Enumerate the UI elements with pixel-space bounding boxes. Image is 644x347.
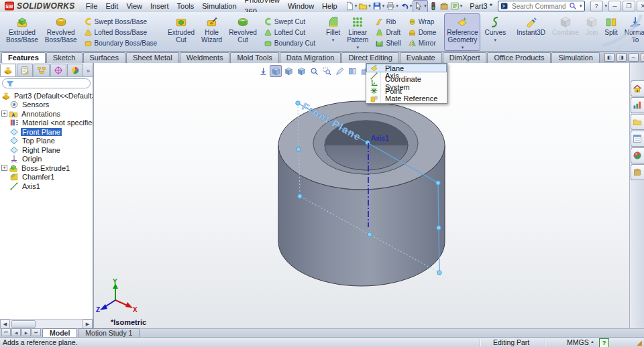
menu-item-plane[interactable]: Plane <box>367 64 446 72</box>
minimize-button[interactable]: ─ <box>608 1 621 11</box>
tree-item-top-plane[interactable]: Top Plane <box>1 137 93 146</box>
tab-features[interactable]: Features <box>1 52 46 63</box>
extruded-boss-base-button[interactable]: Extruded Boss/Base <box>3 13 41 51</box>
tab-configurationmanager[interactable] <box>34 64 50 76</box>
menu-help[interactable]: Help <box>318 1 341 12</box>
tab-model[interactable]: Model <box>42 328 77 337</box>
menu-file[interactable]: File <box>82 1 102 12</box>
tab-mold-tools[interactable]: Mold Tools <box>230 52 278 63</box>
tab-nav-prev-icon[interactable]: ◀ <box>11 328 21 336</box>
new-document-button[interactable]: ▾ <box>344 1 358 12</box>
swept-cut-button[interactable]: Swept Cut <box>262 17 317 27</box>
instant3d-button[interactable]: Instant3D <box>514 13 548 51</box>
rib-button[interactable]: Rib <box>373 17 402 27</box>
units-selector[interactable]: MMGS <box>567 338 589 346</box>
tree-item-chamfer1[interactable]: Chamfer1 <box>1 173 93 182</box>
open-button[interactable]: ▾ <box>358 1 372 12</box>
lofted-boss-base-button[interactable]: Lofted Boss/Base <box>82 27 159 38</box>
tree-item-material[interactable]: Material <not specified> <box>1 119 93 128</box>
tab-file-explorer[interactable] <box>631 114 644 130</box>
tab-weldments[interactable]: Weldments <box>180 52 230 63</box>
menu-item-mate-reference[interactable]: Mate Reference <box>367 95 446 102</box>
menu-window[interactable]: Window <box>284 1 318 12</box>
hole-wizard-button[interactable]: Hole Wizard <box>199 13 225 51</box>
panel-tabs-overflow[interactable]: » <box>84 68 93 76</box>
tab-solidworks-resources[interactable] <box>631 80 644 96</box>
curves-button[interactable]: Curves▾ <box>482 13 508 51</box>
tab-featuremanager[interactable] <box>0 64 16 76</box>
tree-item-boss-extrude1[interactable]: + Boss-Extrude1 <box>1 163 93 173</box>
menu-simulation[interactable]: Simulation <box>198 1 240 12</box>
section-view-button[interactable] <box>346 65 358 77</box>
tree-item-annotations[interactable]: + A Annotations <box>1 109 93 119</box>
expander-icon[interactable]: + <box>1 111 7 117</box>
help-caret-icon[interactable]: ▾ <box>605 3 608 9</box>
search-input[interactable] <box>511 2 567 11</box>
tree-filter[interactable] <box>2 78 91 88</box>
search-box[interactable]: ▾ <box>498 1 585 11</box>
tab-nav-first-icon[interactable]: ⏮ <box>1 328 11 336</box>
lofted-cut-button[interactable]: Lofted Cut <box>262 27 317 38</box>
tab-direct-editing[interactable]: Direct Editing <box>341 52 398 63</box>
tab-data-migration[interactable]: Data Migration <box>280 52 341 63</box>
tab-view-palette[interactable] <box>631 131 644 147</box>
shell-button[interactable]: Shell <box>373 38 402 48</box>
display-settings-button[interactable]: ▾ <box>449 1 464 12</box>
revolved-cut-button[interactable]: Revolved Cut <box>226 13 260 51</box>
menu-edit[interactable]: Edit <box>101 1 122 12</box>
magnifier-icon[interactable] <box>569 2 577 10</box>
doc-pane-left-button[interactable]: ◧ <box>604 53 614 62</box>
normal-to-button[interactable]: Normal To <box>622 13 644 51</box>
split-button[interactable]: Split <box>602 13 620 51</box>
tab-nav-last-icon[interactable]: ⏭ <box>32 328 41 336</box>
menu-item-coordinate-system[interactable]: Coordinate System <box>367 80 446 87</box>
tab-displaymanager[interactable] <box>67 64 83 76</box>
expander-icon[interactable]: + <box>1 165 7 171</box>
doc-restore-button[interactable]: ❐ <box>641 53 644 62</box>
tab-dimxpertmanager[interactable] <box>50 64 66 76</box>
close-button[interactable]: ✕ <box>637 1 644 11</box>
tab-surfaces[interactable]: Surfaces <box>83 52 125 63</box>
tree-item-axis1[interactable]: Axis1 <box>1 182 93 191</box>
tree-item-origin[interactable]: Origin <box>1 155 93 164</box>
tab-sheet-metal[interactable]: Sheet Metal <box>126 52 179 63</box>
menu-tools[interactable]: Tools <box>173 1 199 12</box>
view-orientation-button[interactable] <box>270 65 282 77</box>
tab-dimxpert[interactable]: DimXpert <box>443 52 487 63</box>
zoom-to-area-button[interactable] <box>321 65 333 77</box>
tree-item-front-plane[interactable]: Front Plane <box>1 127 93 137</box>
swept-boss-base-button[interactable]: Swept Boss/Base <box>82 17 159 27</box>
scroll-thumb[interactable] <box>11 320 36 328</box>
dome-button[interactable]: Dome <box>406 27 439 38</box>
search-caret-icon[interactable]: ▾ <box>580 3 582 9</box>
draft-button[interactable]: Draft <box>373 27 402 38</box>
view-cube-2-button[interactable] <box>295 65 307 77</box>
units-caret-icon[interactable]: ▲ <box>590 340 594 344</box>
tab-appearances[interactable] <box>631 147 644 163</box>
save-button[interactable]: ▾ <box>372 1 386 12</box>
fillet-button[interactable]: Fillet▾ <box>323 13 343 51</box>
print-button[interactable]: ▾ <box>385 1 399 12</box>
doc-minimize-button[interactable]: ─ <box>629 53 639 62</box>
resize-grip-icon[interactable]: ◢ <box>637 339 642 346</box>
doc-pane-right-button[interactable]: ◨ <box>616 53 627 62</box>
zoom-button[interactable] <box>308 65 320 77</box>
rebuild-button[interactable] <box>428 1 439 12</box>
tree-horizontal-scrollbar[interactable]: ◀ ▶ <box>0 319 93 328</box>
boundary-boss-base-button[interactable]: Boundary Boss/Base <box>82 38 159 48</box>
tab-evaluate[interactable]: Evaluate <box>400 52 442 63</box>
tree-item-right-plane[interactable]: Right Plane <box>1 145 93 155</box>
reference-geometry-button[interactable]: Reference Geometry▾ <box>444 13 480 51</box>
mirror-button[interactable]: Mirror <box>406 38 439 48</box>
tab-nav-next-icon[interactable]: ▶ <box>21 328 31 336</box>
tab-motion-study-1[interactable]: Motion Study 1 <box>78 328 140 337</box>
tab-sketch[interactable]: Sketch <box>46 52 83 63</box>
tree-item-sensors[interactable]: Sensors <box>1 100 93 110</box>
tab-design-library[interactable] <box>631 97 644 113</box>
wrap-button[interactable]: Wrap <box>406 17 439 27</box>
select-button[interactable]: ▾ <box>413 0 428 13</box>
tab-office-products[interactable]: Office Products <box>487 52 551 63</box>
extruded-cut-button[interactable]: Extruded Cut <box>165 13 197 51</box>
display-style-button[interactable] <box>333 65 345 77</box>
menu-insert[interactable]: Insert <box>146 1 173 12</box>
